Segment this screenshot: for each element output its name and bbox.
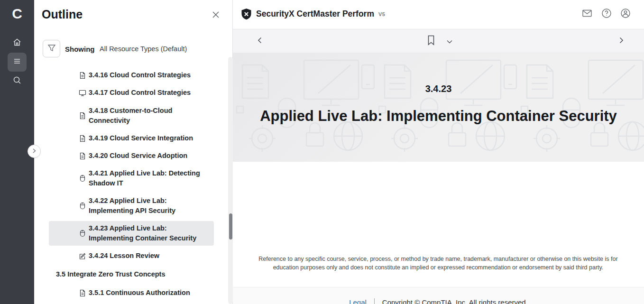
search-button[interactable] <box>8 72 27 91</box>
bookmark-button[interactable] <box>425 35 437 48</box>
lesson-number: 3.4.23 <box>233 83 644 94</box>
help-button[interactable] <box>600 8 613 20</box>
page-footer: Legal Copyright © CompTIA, Inc. All righ… <box>233 287 644 304</box>
document-icon <box>79 72 86 79</box>
outline-scrollbar-thumb[interactable] <box>229 213 232 240</box>
bookmark-menu-button[interactable] <box>445 39 454 45</box>
search-icon <box>12 75 22 87</box>
home-icon <box>12 37 22 49</box>
outline-panel-title: Outline <box>42 8 83 21</box>
outline-item-3-4-23-selected[interactable]: 3.4.23 Applied Live Lab: Implementing Co… <box>79 223 208 243</box>
outline-item-label: 3.4.23 Applied Live Lab: Implementing Co… <box>89 223 208 243</box>
main-content-area: SecurityX CertMaster Perform V5 <box>233 0 644 304</box>
footer-row: Legal Copyright © CompTIA, Inc. All righ… <box>233 298 644 304</box>
filter-funnel-icon <box>47 43 56 55</box>
menu-icon <box>13 57 21 67</box>
outline-item-label: 3.4.16 Cloud Control Strategies <box>89 70 208 80</box>
lesson-title: Applied Live Lab: Implementing Container… <box>233 108 644 125</box>
outline-item-3-4-21[interactable]: 3.4.21 Applied Live Lab: Detecting Shado… <box>79 168 208 188</box>
lab-mouse-icon <box>79 175 86 182</box>
chevron-right-icon <box>31 147 37 156</box>
outline-item-label: 3.4.20 Cloud Service Adoption <box>89 151 208 161</box>
document-icon <box>79 289 86 297</box>
outline-item-3-4-16[interactable]: 3.4.16 Cloud Control Strategies <box>79 70 208 80</box>
outline-item-label: 3.4.24 Lesson Review <box>89 251 208 261</box>
mail-icon <box>581 8 593 21</box>
app-version-badge: V5 <box>378 11 385 17</box>
lesson-toolbar <box>233 29 644 53</box>
lab-mouse-icon <box>79 202 86 210</box>
outline-item-3-4-20[interactable]: 3.4.20 Cloud Service Adoption <box>79 151 208 161</box>
securityx-shield-icon <box>241 8 252 20</box>
home-button[interactable] <box>8 34 27 53</box>
outline-item-3-4-18[interactable]: 3.4.18 Customer-to-Cloud Connectivity <box>79 106 208 126</box>
outline-scrollbar-track[interactable] <box>228 57 233 304</box>
app-title-row: SecurityX CertMaster Perform V5 <box>241 8 385 20</box>
previous-page-button[interactable] <box>254 36 266 47</box>
copyright-text: Copyright © CompTIA, Inc. All rights res… <box>382 298 528 304</box>
outline-item-3-5-1[interactable]: 3.5.1 Continuous Authorization <box>79 288 208 298</box>
outline-panel: Outline Showing All Resource Types (Defa… <box>34 0 233 304</box>
document-icon <box>79 135 86 142</box>
lab-mouse-icon <box>79 230 86 237</box>
filter-current-value: All Resource Types (Default) <box>100 45 187 53</box>
outline-item-label: 3.5.1 Continuous Authorization <box>89 288 208 298</box>
outline-item-3-4-19[interactable]: 3.4.19 Cloud Service Integration <box>79 133 208 143</box>
outline-item-label: 3.4.17 Cloud Control Strategies <box>89 88 208 98</box>
outline-item-label: 3.4.21 Applied Live Lab: Detecting Shado… <box>89 168 208 188</box>
outline-item-3-4-17[interactable]: 3.4.17 Cloud Control Strategies <box>79 88 208 98</box>
third-party-disclaimer: Reference to any specific course, servic… <box>248 255 628 272</box>
comptia-logo: C <box>9 5 25 23</box>
app-header: SecurityX CertMaster Perform V5 <box>233 0 644 29</box>
lesson-review-edit-icon <box>79 252 86 260</box>
outline-item-3-4-22[interactable]: 3.4.22 Applied Live Lab: Implementing AP… <box>79 196 208 216</box>
outline-item-label: 3.4.19 Cloud Service Integration <box>89 133 208 143</box>
outline-close-button[interactable] <box>211 10 221 21</box>
lesson-banner: 3.4.23 Applied Live Lab: Implementing Co… <box>233 53 644 162</box>
account-button[interactable] <box>619 8 632 20</box>
chevron-right-icon <box>617 37 625 46</box>
panel-collapse-toggle[interactable] <box>28 145 41 158</box>
chevron-down-icon <box>446 37 453 46</box>
messages-button[interactable] <box>581 8 593 20</box>
showing-label: Showing <box>65 45 95 53</box>
filter-button[interactable] <box>43 40 60 57</box>
outline-item-3-4-24[interactable]: 3.4.24 Lesson Review <box>79 251 208 261</box>
close-icon <box>212 10 220 21</box>
next-page-button[interactable] <box>616 36 627 47</box>
legal-link[interactable]: Legal <box>349 298 367 304</box>
chevron-left-icon <box>256 37 264 46</box>
document-icon <box>79 152 86 160</box>
monitor-icon <box>79 89 86 97</box>
help-question-icon <box>601 8 612 21</box>
footer-divider <box>374 298 375 304</box>
account-person-icon <box>620 8 631 21</box>
outline-menu-button[interactable] <box>8 53 27 72</box>
document-icon <box>79 112 86 120</box>
outline-section-3-5[interactable]: 3.5 Integrate Zero Trust Concepts <box>56 269 165 279</box>
outline-item-label: 3.4.22 Applied Live Lab: Implementing AP… <box>89 196 208 216</box>
outline-item-label: 3.4.18 Customer-to-Cloud Connectivity <box>89 106 208 126</box>
app-title: SecurityX CertMaster Perform <box>256 9 374 19</box>
bookmark-icon <box>426 35 436 48</box>
